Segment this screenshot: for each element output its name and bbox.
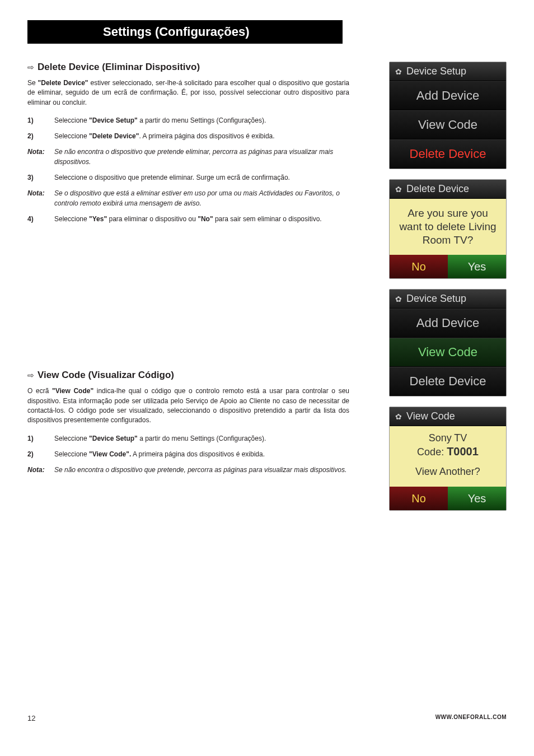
delete-confirm-panel: Delete Device Are you sure you want to d… — [389, 179, 507, 279]
device-setup-panel-2: Device Setup Add Device View Code Delete… — [389, 289, 507, 396]
gear-icon — [395, 183, 402, 195]
step-4: 4) Seleccione "Yes" para eliminar o disp… — [27, 214, 349, 224]
step-1: 1) Seleccione "Device Setup" a partir do… — [27, 115, 349, 125]
note-2: Nota: Se o dispositivo que está a elimin… — [27, 188, 349, 208]
page-number: 12 — [27, 714, 35, 722]
yes-button[interactable]: Yes — [448, 487, 506, 510]
vc-step-2: 2) Seleccione "View Code". A primeira pá… — [27, 449, 349, 459]
panel-header: View Code — [390, 407, 506, 426]
section-header: Settings (Configurações) — [27, 20, 343, 44]
page-footer: 12 WWW.ONEFORALL.COM — [27, 714, 507, 722]
main-content: Delete Device (Eliminar Dispositivo) Se … — [27, 62, 349, 480]
add-device-button[interactable]: Add Device — [390, 309, 506, 338]
device-screens: Device Setup Add Device View Code Delete… — [389, 62, 507, 521]
yes-no-row: No Yes — [390, 255, 506, 278]
step-2: 2) Seleccione "Delete Device". A primeir… — [27, 131, 349, 141]
arrow-icon — [27, 62, 34, 73]
gear-icon — [395, 293, 402, 305]
device-setup-panel-1: Device Setup Add Device View Code Delete… — [389, 62, 507, 169]
confirm-message: Are you sure you want to delete Living R… — [390, 199, 506, 255]
panel-header: Delete Device — [390, 180, 506, 199]
code-line: Code: T0001 — [394, 445, 502, 459]
gear-icon — [395, 410, 402, 422]
code-display: Sony TV Code: T0001 View Another? — [390, 426, 506, 487]
device-name: Sony TV — [394, 432, 502, 445]
view-code-panel: View Code Sony TV Code: T0001 View Anoth… — [389, 407, 507, 511]
delete-device-heading: Delete Device (Eliminar Dispositivo) — [27, 62, 349, 73]
delete-device-button[interactable]: Delete Device — [390, 139, 506, 169]
panel-header: Device Setup — [390, 62, 506, 81]
delete-device-heading-text: Delete Device (Eliminar Dispositivo) — [38, 62, 200, 73]
view-another-prompt: View Another? — [394, 465, 502, 478]
add-device-button[interactable]: Add Device — [390, 81, 506, 110]
gear-icon — [395, 66, 402, 77]
yes-no-row: No Yes — [390, 487, 506, 510]
view-code-button[interactable]: View Code — [390, 110, 506, 139]
view-code-heading-text: View Code (Visualizar Código) — [38, 370, 174, 381]
no-button[interactable]: No — [390, 487, 448, 510]
yes-button[interactable]: Yes — [448, 255, 506, 278]
view-code-intro: O ecrã "View Code" indica-lhe qual o cód… — [27, 386, 349, 426]
no-button[interactable]: No — [390, 255, 448, 278]
step-3: 3) Seleccione o dispositivo que pretende… — [27, 172, 349, 183]
vc-note: Nota: Se não encontra o dispositivo que … — [27, 465, 349, 475]
delete-device-button[interactable]: Delete Device — [390, 367, 506, 396]
section-header-text: Settings (Configurações) — [103, 25, 250, 39]
arrow-icon — [27, 370, 34, 381]
footer-url: WWW.ONEFORALL.COM — [435, 714, 507, 722]
note-1: Nota: Se não encontra o dispositivo que … — [27, 147, 349, 167]
delete-device-intro: Se "Delete Device" estiver seleccionado,… — [27, 78, 349, 108]
panel-header: Device Setup — [390, 290, 506, 309]
view-code-button[interactable]: View Code — [390, 338, 506, 367]
view-code-heading: View Code (Visualizar Código) — [27, 370, 349, 381]
vc-step-1: 1) Seleccione "Device Setup" a partir do… — [27, 433, 349, 444]
